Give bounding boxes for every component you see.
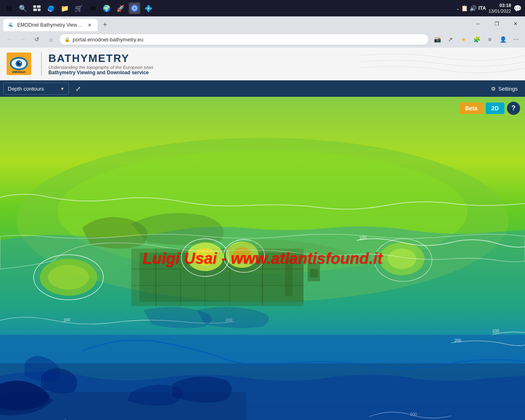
start-button[interactable]: ⊞: [3, 2, 15, 14]
logo-text-section: BATHYMETRY Understanding the topography …: [41, 52, 153, 75]
forward-button[interactable]: →: [17, 34, 29, 45]
svg-rect-1: [37, 5, 41, 8]
app5-icon[interactable]: 🚀: [115, 2, 126, 14]
url-text: portal.emodnet-bathymetry.eu: [73, 37, 424, 43]
address-bar: ← → ↺ ⌂ 🔒 portal.emodnet-bathymetry.eu 📸…: [0, 31, 525, 48]
sidebar-icon[interactable]: ≡: [484, 34, 495, 45]
refresh-button[interactable]: ↺: [31, 34, 43, 45]
beta-button[interactable]: Beta: [459, 103, 483, 114]
new-tab-button[interactable]: +: [99, 19, 111, 30]
back-button[interactable]: ←: [3, 34, 15, 45]
svg-point-8: [133, 7, 136, 10]
tray-clipboard[interactable]: 📋: [461, 5, 468, 11]
svg-rect-0: [33, 5, 36, 8]
map-container[interactable]: 100 200 200 200 1000 500 1000 500 100: [0, 97, 525, 420]
view-2d-button[interactable]: 2D: [486, 103, 504, 114]
emodnet-logo: EMODnet: [7, 52, 31, 75]
taskbar: ⊞ 🔍 📁 🛒 ✉ 🌍 🚀 💠 ⌄ 📋 🔊 ITA 03:18: [0, 0, 525, 16]
tray-chevron[interactable]: ⌄: [456, 6, 459, 11]
clock-time: 03:18: [488, 2, 511, 8]
minimize-button[interactable]: ─: [468, 16, 487, 31]
app7-icon[interactable]: 💠: [143, 2, 154, 14]
app-subtitle: Understanding the topography of the Euro…: [48, 65, 153, 70]
chevron-down-icon: ▼: [60, 87, 64, 91]
address-bar-actions: 📸 ↗ ★ 🧩 ≡ 👤 ⋯: [431, 34, 522, 45]
toolbar-left: Depth contours ▼ ⤢: [3, 82, 84, 95]
svg-text:EMODnet: EMODnet: [12, 71, 25, 73]
security-lock-icon: 🔒: [64, 37, 70, 42]
store-icon[interactable]: 🛒: [73, 2, 84, 14]
chrome-icon[interactable]: [129, 2, 140, 14]
tray-volume[interactable]: 🔊: [470, 5, 477, 11]
task-view-button[interactable]: [31, 2, 43, 14]
mail-icon[interactable]: ✉: [87, 2, 98, 14]
settings-gear-icon: ⚙: [491, 86, 496, 92]
restore-button[interactable]: ❐: [487, 16, 506, 31]
clock-date: 13/01/2022: [488, 8, 511, 14]
tab-close-button[interactable]: ✕: [86, 22, 93, 28]
svg-point-14: [19, 62, 21, 63]
taskbar-right: ⌄ 📋 🔊 ITA 03:18 13/01/2022 💬: [456, 2, 522, 14]
close-button[interactable]: ✕: [506, 16, 525, 31]
settings-button[interactable]: ⚙ Settings: [487, 84, 522, 94]
layer-label: Depth contours: [8, 86, 44, 92]
svg-rect-3: [38, 9, 41, 11]
fullscreen-button[interactable]: ⤢: [72, 83, 84, 94]
svg-point-39: [388, 249, 416, 269]
layer-dropdown[interactable]: Depth contours ▼: [3, 82, 69, 95]
system-tray: ⌄ 📋 🔊 ITA: [456, 5, 486, 11]
bathymetry-map: 100 200 200 200 1000 500 1000 500 100: [0, 97, 525, 420]
svg-point-33: [48, 265, 89, 290]
profile-icon[interactable]: 👤: [497, 34, 509, 45]
edge-icon[interactable]: [45, 2, 57, 14]
svg-text:200: 200: [63, 317, 71, 322]
tab-bar: 🌊 EMODnet Bathymetry Viewing a ✕ + ─ ❐ ✕: [0, 16, 525, 31]
svg-rect-2: [33, 9, 37, 11]
share-icon[interactable]: ↗: [445, 34, 456, 45]
svg-text:100: 100: [492, 329, 499, 333]
files-icon[interactable]: 📁: [59, 2, 71, 14]
help-button[interactable]: ?: [507, 102, 520, 115]
tray-lang[interactable]: ITA: [478, 5, 486, 11]
tab-title: EMODnet Bathymetry Viewing a: [17, 22, 83, 28]
bookmark-icon[interactable]: ★: [458, 34, 469, 45]
taskbar-clock[interactable]: 03:18 13/01/2022: [488, 2, 511, 14]
screen-capture-icon[interactable]: 📸: [431, 34, 443, 45]
active-tab[interactable]: 🌊 EMODnet Bathymetry Viewing a ✕: [3, 19, 98, 31]
browser-chrome: 🌊 EMODnet Bathymetry Viewing a ✕ + ─ ❐ ✕…: [0, 16, 525, 48]
toolbar: Depth contours ▼ ⤢ ⚙ Settings: [0, 80, 525, 97]
map-overlay-controls: Beta 2D ?: [459, 102, 520, 115]
more-menu-icon[interactable]: ⋯: [510, 34, 522, 45]
extensions-icon[interactable]: 🧩: [471, 34, 482, 45]
logo-icon: EMODnet: [7, 52, 31, 75]
svg-text:200: 200: [454, 338, 461, 343]
settings-label: Settings: [498, 86, 518, 92]
taskbar-left: ⊞ 🔍 📁 🛒 ✉ 🌍 🚀 💠: [3, 2, 154, 14]
svg-rect-42: [310, 269, 318, 277]
notification-icon[interactable]: 💬: [514, 5, 522, 12]
url-bar[interactable]: 🔒 portal.emodnet-bathymetry.eu: [59, 34, 429, 45]
app-title: BATHYMETRY: [48, 52, 153, 65]
app-service: Bathymetry Viewing and Download service: [48, 70, 153, 75]
app-header: EMODnet BATHYMETRY Understanding the top…: [0, 48, 525, 80]
window-controls: ─ ❐ ✕: [468, 16, 525, 31]
search-button[interactable]: 🔍: [17, 2, 29, 14]
maps-icon[interactable]: 🌍: [101, 2, 112, 14]
home-button[interactable]: ⌂: [45, 34, 57, 45]
tab-favicon-icon: 🌊: [8, 22, 14, 28]
